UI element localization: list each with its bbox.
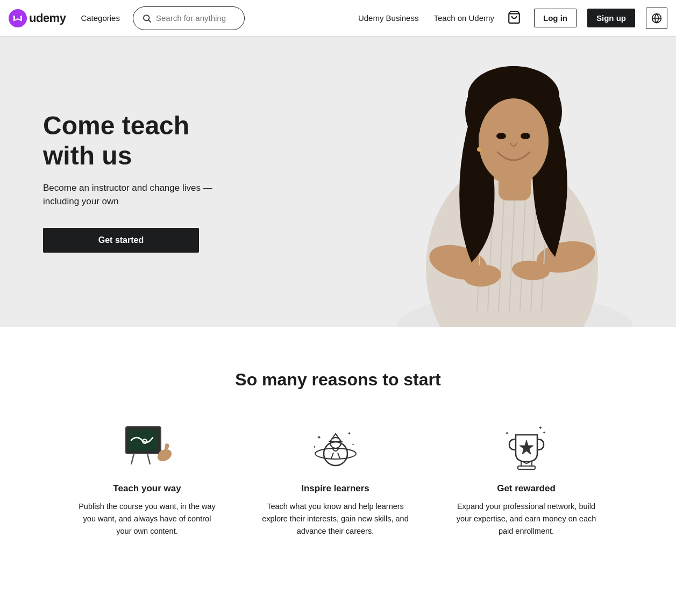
reason-card-rewarded: ✦ ✦ ✦ Get rewarded Expand your professio… bbox=[454, 424, 599, 538]
get-started-button[interactable]: Get started bbox=[43, 228, 199, 253]
svg-point-0 bbox=[144, 15, 150, 21]
inspire-icon: ✦ ✦ ✦ ✦ bbox=[309, 424, 362, 472]
reasons-title: So many reasons to start bbox=[32, 370, 644, 390]
reasons-section: So many reasons to start bbox=[0, 327, 676, 581]
inspire-card-text: Teach what you know and help learners ex… bbox=[260, 500, 411, 538]
hero-section: Come teach with us Become an instructor … bbox=[0, 37, 676, 327]
instructor-illustration bbox=[364, 37, 633, 327]
reason-card-inspire: ✦ ✦ ✦ ✦ Inspire learners Teach what you … bbox=[260, 424, 411, 538]
navbar: udemy Categories Udemy Business Teach on… bbox=[0, 0, 676, 37]
svg-rect-43 bbox=[518, 466, 535, 469]
hero-content: Come teach with us Become an instructor … bbox=[0, 68, 231, 295]
reasons-grid: Teach your way Publish the course you wa… bbox=[42, 424, 634, 538]
rewarded-card-title: Get rewarded bbox=[454, 483, 599, 494]
cart-button[interactable] bbox=[507, 10, 521, 26]
svg-point-21 bbox=[496, 133, 506, 139]
categories-link[interactable]: Categories bbox=[81, 13, 120, 23]
svg-point-20 bbox=[479, 98, 549, 184]
svg-text:✦: ✦ bbox=[538, 425, 543, 431]
svg-text:✦: ✦ bbox=[543, 431, 546, 434]
svg-text:✦: ✦ bbox=[347, 431, 351, 436]
business-link[interactable]: Udemy Business bbox=[358, 13, 419, 23]
svg-marker-44 bbox=[520, 440, 533, 454]
svg-text:✦: ✦ bbox=[317, 434, 321, 440]
logo-text: udemy bbox=[29, 11, 66, 25]
teach-link[interactable]: Teach on Udemy bbox=[433, 13, 494, 23]
teach-card-title: Teach your way bbox=[77, 483, 217, 494]
reason-card-teach: Teach your way Publish the course you wa… bbox=[77, 424, 217, 538]
svg-text:✦: ✦ bbox=[352, 443, 354, 446]
svg-line-36 bbox=[338, 453, 340, 459]
teach-icon bbox=[120, 424, 174, 472]
login-button[interactable]: Log in bbox=[534, 9, 577, 27]
search-icon bbox=[142, 13, 152, 23]
svg-text:✦: ✦ bbox=[313, 445, 316, 449]
svg-point-33 bbox=[315, 448, 356, 459]
search-bar bbox=[133, 6, 245, 30]
svg-line-35 bbox=[331, 453, 333, 459]
svg-line-30 bbox=[147, 454, 150, 464]
hero-title: Come teach with us bbox=[43, 111, 231, 170]
svg-point-32 bbox=[324, 442, 347, 465]
signup-button[interactable]: Sign up bbox=[587, 9, 635, 27]
rewarded-icon: ✦ ✦ ✦ bbox=[500, 424, 553, 472]
svg-point-22 bbox=[521, 133, 530, 139]
udemy-logo-icon bbox=[9, 9, 27, 27]
svg-line-29 bbox=[131, 454, 134, 464]
rewarded-card-text: Expand your professional network, build … bbox=[454, 500, 599, 538]
svg-text:✦: ✦ bbox=[505, 431, 509, 436]
teach-card-text: Publish the course you want, in the way … bbox=[77, 500, 217, 538]
language-button[interactable] bbox=[646, 8, 667, 29]
inspire-card-title: Inspire learners bbox=[260, 483, 411, 494]
hero-subtitle: Become an instructor and change lives — … bbox=[43, 181, 231, 209]
logo[interactable]: udemy bbox=[9, 9, 66, 27]
globe-icon bbox=[651, 13, 662, 24]
hero-image bbox=[343, 37, 654, 327]
svg-line-1 bbox=[148, 20, 151, 22]
cart-icon bbox=[507, 10, 521, 24]
svg-point-23 bbox=[477, 147, 481, 152]
search-input[interactable] bbox=[156, 13, 236, 23]
